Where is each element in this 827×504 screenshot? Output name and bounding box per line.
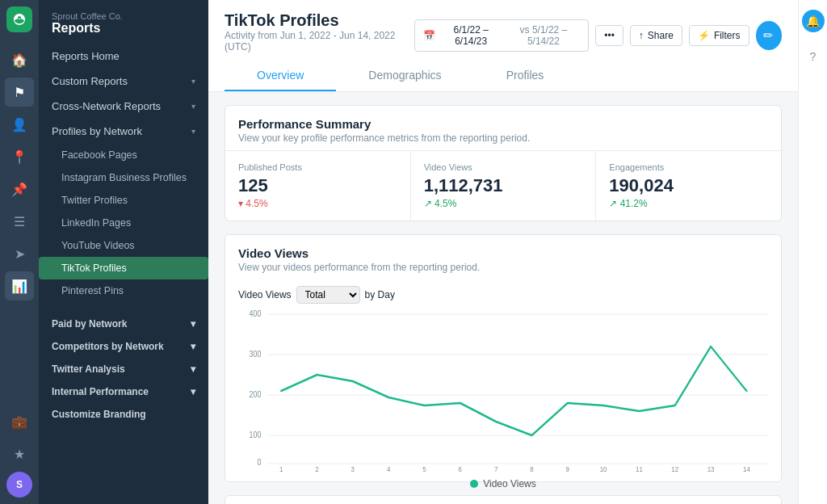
- performance-summary-title: Performance Summary: [238, 117, 768, 131]
- filter-label: Video Views: [238, 289, 292, 300]
- chevron-down-icon: ▾: [191, 102, 195, 111]
- svg-text:9: 9: [566, 465, 570, 472]
- chart-filter-select[interactable]: Total Average: [296, 286, 360, 304]
- legend-dot: [470, 480, 478, 488]
- date-range-button[interactable]: 📅 6/1/22 – 6/14/23 vs 5/1/22 – 5/14/22: [414, 19, 590, 52]
- metric-video-views: Video Views 1,112,731 ↗ 4.5%: [411, 151, 597, 220]
- metric-published-posts: Published Posts 125 ▾ 4.5%: [225, 151, 411, 220]
- notification-icon[interactable]: 🔔: [802, 10, 825, 32]
- sidebar-item-reports-home[interactable]: Reports Home: [39, 44, 208, 69]
- nav-pin-icon[interactable]: 📌: [5, 174, 34, 204]
- chevron-down-icon: ▾: [191, 318, 195, 330]
- more-options-button[interactable]: •••: [595, 25, 623, 46]
- company-name: Sprout Coffee Co.: [52, 11, 195, 21]
- sidebar-sub-item-instagram[interactable]: Instagram Business Profiles: [39, 166, 208, 189]
- sidebar-sub-item-facebook[interactable]: Facebook Pages: [39, 144, 208, 166]
- svg-text:200: 200: [250, 389, 262, 399]
- calendar-icon: 📅: [423, 30, 435, 41]
- nav-send-icon[interactable]: ➤: [5, 239, 34, 268]
- header-actions: 📅 6/1/22 – 6/14/23 vs 5/1/22 – 5/14/22 •…: [414, 19, 782, 52]
- nav-chart-icon[interactable]: 📊: [5, 271, 34, 300]
- nav-list-icon[interactable]: ☰: [5, 207, 34, 236]
- table-header: Audience Metrics Totals % Change: [225, 496, 781, 504]
- filters-button[interactable]: ⚡ Filters: [689, 25, 749, 46]
- main-header: TikTok Profiles Activity from Jun 1, 202…: [208, 0, 798, 92]
- sidebar-sub-item-pinterest[interactable]: Pinterest Pins: [39, 279, 208, 302]
- vs-range-text: vs 5/1/22 – 5/14/22: [507, 24, 581, 47]
- app-logo[interactable]: [6, 6, 32, 32]
- main-content: TikTok Profiles Activity from Jun 1, 202…: [208, 0, 798, 504]
- video-views-title: Video Views: [238, 246, 768, 260]
- performance-summary-header: Performance Summary View your key profil…: [225, 106, 781, 150]
- sidebar: Sprout Coffee Co. Reports Reports Home C…: [39, 0, 208, 504]
- nav-home-icon[interactable]: 🏠: [5, 45, 34, 74]
- sidebar-item-competitors[interactable]: Competitors by Network ▾: [39, 333, 208, 355]
- nav-briefcase-icon[interactable]: 💼: [5, 407, 34, 436]
- sidebar-sub-item-twitter-profiles[interactable]: Twitter Profiles: [39, 189, 208, 212]
- svg-text:14: 14: [743, 465, 750, 472]
- edit-button[interactable]: ✏: [756, 21, 782, 50]
- tab-demographics[interactable]: Demographics: [336, 61, 473, 91]
- svg-text:3: 3: [351, 465, 355, 472]
- audience-metrics-table: Audience Metrics Totals % Change Video V…: [225, 495, 782, 504]
- user-avatar[interactable]: S: [6, 472, 32, 498]
- nav-star-icon[interactable]: ★: [5, 439, 34, 468]
- sidebar-item-label: Custom Reports: [52, 75, 128, 87]
- help-icon[interactable]: ?: [802, 45, 825, 68]
- nav-location-icon[interactable]: 📍: [5, 142, 34, 171]
- video-views-card: Video Views View your videos performance…: [225, 234, 782, 482]
- sidebar-sub-item-youtube[interactable]: YouTube Videos: [39, 234, 208, 257]
- svg-text:5: 5: [422, 465, 426, 472]
- nav-person-icon[interactable]: 👤: [5, 110, 34, 139]
- tab-overview[interactable]: Overview: [225, 61, 336, 91]
- svg-text:4: 4: [387, 465, 391, 472]
- metric-engagements: Engagements 190,024 ↗ 41.2%: [596, 151, 781, 220]
- svg-text:11: 11: [636, 465, 643, 472]
- sidebar-sub-item-tiktok[interactable]: TikTok Profiles: [39, 257, 208, 279]
- metric-value: 1,112,731: [424, 175, 583, 196]
- svg-text:100: 100: [250, 430, 262, 439]
- right-panel: 🔔 ?: [798, 0, 827, 504]
- by-day-label: by Day: [365, 289, 395, 300]
- svg-text:8: 8: [530, 465, 534, 472]
- svg-text:1: 1: [279, 465, 283, 472]
- nav-flag-icon[interactable]: ⚑: [5, 78, 34, 107]
- chart-controls: Video Views Total Average by Day: [225, 279, 781, 304]
- sidebar-item-paid-by-network[interactable]: Paid by Network ▾: [39, 310, 208, 333]
- video-views-chart: 400 300 200 100 0 1 Dec 2 3 4 5 6 7 8 9: [238, 310, 768, 472]
- sidebar-item-custom-reports[interactable]: Custom Reports ▾: [39, 69, 208, 94]
- sidebar-sub-item-linkedin[interactable]: LinkedIn Pages: [39, 212, 208, 234]
- sidebar-item-internal-performance[interactable]: Internal Performance ▾: [39, 378, 208, 401]
- legend-label: Video Views: [483, 478, 536, 489]
- video-views-header: Video Views View your videos performance…: [225, 235, 781, 279]
- sidebar-header: Sprout Coffee Co. Reports: [39, 0, 208, 44]
- svg-text:400: 400: [250, 310, 262, 318]
- metric-change: ↗ 41.2%: [609, 198, 768, 209]
- metric-value: 125: [238, 175, 397, 196]
- svg-text:6: 6: [459, 465, 463, 472]
- page-title: TikTok Profiles: [225, 11, 414, 30]
- sidebar-item-label: Cross-Network Reports: [52, 100, 161, 112]
- chevron-down-icon: ▾: [191, 363, 195, 375]
- svg-text:2: 2: [315, 465, 319, 472]
- main-tabs: Overview Demographics Profiles: [225, 61, 782, 91]
- sidebar-item-profiles-by-network[interactable]: Profiles by Network ▾: [39, 119, 208, 144]
- page-subtitle: Activity from Jun 1, 2022 - Jun 14, 2022…: [225, 30, 414, 52]
- sidebar-item-twitter-analysis[interactable]: Twitter Analysis ▾: [39, 355, 208, 378]
- metric-label: Engagements: [609, 162, 768, 172]
- metric-label: Video Views: [424, 162, 583, 172]
- icon-rail: 🏠 ⚑ 👤 📍 📌 ☰ ➤ 📊 💼 ★ S: [0, 0, 39, 504]
- sidebar-item-cross-network[interactable]: Cross-Network Reports ▾: [39, 94, 208, 119]
- sidebar-item-label: Reports Home: [52, 50, 120, 62]
- main-content-area: Performance Summary View your key profil…: [208, 92, 798, 504]
- svg-text:7: 7: [494, 465, 498, 472]
- video-views-subtitle: View your videos performance from the re…: [238, 262, 768, 273]
- chevron-down-icon: ▾: [191, 127, 195, 136]
- sidebar-item-customize-branding[interactable]: Customize Branding: [39, 401, 208, 423]
- svg-text:300: 300: [250, 349, 262, 359]
- share-button[interactable]: ↑ Share: [630, 25, 682, 46]
- svg-text:13: 13: [707, 465, 715, 472]
- tab-profiles[interactable]: Profiles: [474, 61, 577, 91]
- metric-change: ↗ 4.5%: [424, 198, 583, 209]
- metrics-row: Published Posts 125 ▾ 4.5% Video Views 1…: [225, 150, 781, 220]
